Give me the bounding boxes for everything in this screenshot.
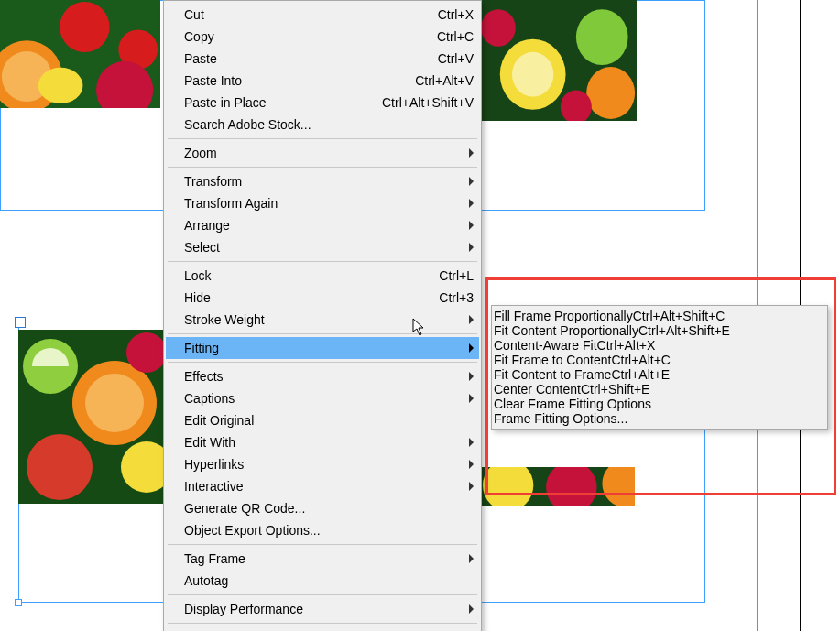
menu-item-label: Search Adobe Stock...	[184, 117, 474, 132]
fitting-submenu-item-content-aware-fit[interactable]: Content-Aware FitCtrl+Alt+X	[494, 338, 825, 353]
menu-item-label: Interactive	[184, 479, 474, 494]
context-menu-item-arrange[interactable]: Arrange	[166, 214, 479, 236]
menu-item-shortcut: Ctrl+Alt+X	[597, 338, 656, 353]
menu-item-label: Captions	[184, 391, 474, 406]
menu-item-label: Paste Into	[184, 73, 389, 88]
fitting-submenu-item-fit-frame-to-content[interactable]: Fit Frame to ContentCtrl+Alt+C	[494, 353, 825, 367]
svg-point-22	[483, 467, 533, 506]
context-menu-item-search-adobe-stock[interactable]: Search Adobe Stock...	[166, 114, 479, 136]
menu-item-label: Edit Original	[184, 413, 474, 428]
context-menu-item-hyperlinks[interactable]: Hyperlinks	[166, 453, 479, 475]
menu-item-shortcut: Ctrl+Alt+Shift+E	[638, 323, 730, 338]
menu-item-shortcut: Ctrl+Alt+Shift+V	[382, 95, 474, 110]
context-menu-item-transform-again[interactable]: Transform Again	[166, 192, 479, 214]
fitting-submenu-item-clear-frame-fitting-options[interactable]: Clear Frame Fitting Options	[494, 397, 825, 411]
menu-item-label: Arrange	[184, 218, 474, 233]
context-menu: CutCtrl+XCopyCtrl+CPasteCtrl+VPaste Into…	[163, 0, 482, 631]
fitting-submenu-item-fit-content-proportionally[interactable]: Fit Content ProportionallyCtrl+Alt+Shift…	[494, 323, 825, 338]
context-menu-separator	[168, 261, 477, 262]
context-menu-item-interactive[interactable]: Interactive	[166, 475, 479, 497]
menu-item-label: Paste	[184, 51, 412, 66]
context-menu-separator	[168, 544, 477, 545]
menu-item-shortcut: Ctrl+Alt+V	[415, 73, 474, 88]
submenu-arrow-icon	[469, 148, 474, 158]
submenu-arrow-icon	[469, 221, 474, 230]
submenu-arrow-icon	[469, 372, 474, 381]
context-menu-item-hide[interactable]: HideCtrl+3	[166, 287, 479, 309]
submenu-arrow-icon	[469, 394, 474, 403]
menu-item-shortcut: Ctrl+Alt+Shift+C	[633, 309, 725, 323]
menu-item-label: Hyperlinks	[184, 457, 474, 472]
svg-point-6	[38, 68, 83, 103]
context-menu-item-stroke-weight[interactable]: Stroke Weight	[166, 309, 479, 331]
context-menu-item-incopy[interactable]: InCopy	[166, 626, 479, 631]
menu-item-label: Lock	[184, 268, 413, 283]
fitting-submenu-item-fill-frame-proportionally[interactable]: Fill Frame ProportionallyCtrl+Alt+Shift+…	[494, 309, 825, 323]
menu-item-label: Center Content	[494, 382, 581, 397]
context-menu-item-display-performance[interactable]: Display Performance	[166, 598, 479, 620]
svg-point-11	[586, 67, 635, 119]
svg-point-20	[126, 332, 165, 373]
svg-point-23	[546, 467, 596, 506]
fitting-submenu-item-frame-fitting-options[interactable]: Frame Fitting Options...	[494, 411, 825, 426]
submenu-arrow-icon	[469, 460, 474, 469]
menu-item-label: Object Export Options...	[184, 523, 474, 538]
menu-item-shortcut: Ctrl+V	[438, 51, 474, 66]
menu-item-shortcut: Ctrl+C	[437, 29, 474, 44]
context-menu-item-effects[interactable]: Effects	[166, 365, 479, 387]
context-menu-separator	[168, 333, 477, 334]
menu-item-shortcut: Ctrl+Shift+E	[581, 382, 649, 397]
submenu-arrow-icon	[469, 315, 474, 324]
menu-item-shortcut: Ctrl+3	[439, 290, 474, 305]
context-menu-item-copy[interactable]: CopyCtrl+C	[166, 26, 479, 48]
submenu-arrow-icon	[469, 177, 474, 186]
context-menu-item-object-export-options[interactable]: Object Export Options...	[166, 519, 479, 541]
context-menu-item-paste-into[interactable]: Paste IntoCtrl+Alt+V	[166, 70, 479, 92]
context-menu-separator	[168, 362, 477, 363]
context-menu-item-cut[interactable]: CutCtrl+X	[166, 4, 479, 26]
context-menu-item-edit-original[interactable]: Edit Original	[166, 409, 479, 431]
context-menu-separator	[168, 594, 477, 595]
svg-point-10	[576, 9, 628, 65]
image-top-left-visible	[0, 0, 160, 108]
fitting-submenu-item-center-content[interactable]: Center ContentCtrl+Shift+E	[494, 382, 825, 397]
menu-item-label: Display Performance	[184, 602, 474, 616]
context-menu-item-edit-with[interactable]: Edit With	[166, 431, 479, 453]
context-menu-item-zoom[interactable]: Zoom	[166, 142, 479, 164]
menu-item-shortcut: Ctrl+Alt+C	[611, 353, 671, 367]
menu-item-label: Copy	[184, 29, 411, 44]
context-menu-item-select[interactable]: Select	[166, 236, 479, 258]
submenu-arrow-icon	[469, 482, 474, 491]
context-menu-item-fitting[interactable]: Fitting	[166, 337, 479, 359]
menu-item-label: Frame Fitting Options...	[494, 411, 627, 426]
svg-point-3	[60, 2, 109, 52]
submenu-arrow-icon	[469, 438, 474, 447]
context-menu-item-lock[interactable]: LockCtrl+L	[166, 265, 479, 287]
menu-item-shortcut: Ctrl+Alt+E	[611, 367, 670, 382]
context-menu-item-tag-frame[interactable]: Tag Frame	[166, 548, 479, 570]
menu-item-label: Content-Aware Fit	[494, 338, 597, 353]
menu-item-label: Select	[184, 240, 474, 255]
menu-item-label: Clear Frame Fitting Options	[494, 397, 651, 411]
menu-item-label: Fit Content to Frame	[494, 367, 611, 382]
svg-point-18	[27, 434, 93, 500]
svg-point-17	[85, 374, 144, 432]
context-menu-item-captions[interactable]: Captions	[166, 387, 479, 409]
menu-item-label: Tag Frame	[184, 551, 474, 566]
context-menu-item-paste[interactable]: PasteCtrl+V	[166, 48, 479, 70]
frame-handle[interactable]	[15, 599, 22, 606]
context-menu-item-transform[interactable]: Transform	[166, 170, 479, 192]
context-menu-item-autotag[interactable]: Autotag	[166, 570, 479, 592]
fitting-submenu-item-fit-content-to-frame[interactable]: Fit Content to FrameCtrl+Alt+E	[494, 367, 825, 382]
menu-item-label: Generate QR Code...	[184, 501, 474, 516]
menu-item-label: Autotag	[184, 573, 474, 588]
svg-point-9	[512, 52, 553, 97]
menu-item-label: Fill Frame Proportionally	[494, 309, 633, 323]
menu-item-label: Transform Again	[184, 196, 474, 211]
menu-item-label: Fitting	[184, 341, 474, 355]
context-menu-separator	[168, 138, 477, 139]
context-menu-item-generate-qr-code[interactable]: Generate QR Code...	[166, 497, 479, 519]
submenu-arrow-icon	[469, 604, 474, 614]
image-bottom-right-visible	[481, 467, 635, 506]
context-menu-item-paste-in-place[interactable]: Paste in PlaceCtrl+Alt+Shift+V	[166, 92, 479, 114]
